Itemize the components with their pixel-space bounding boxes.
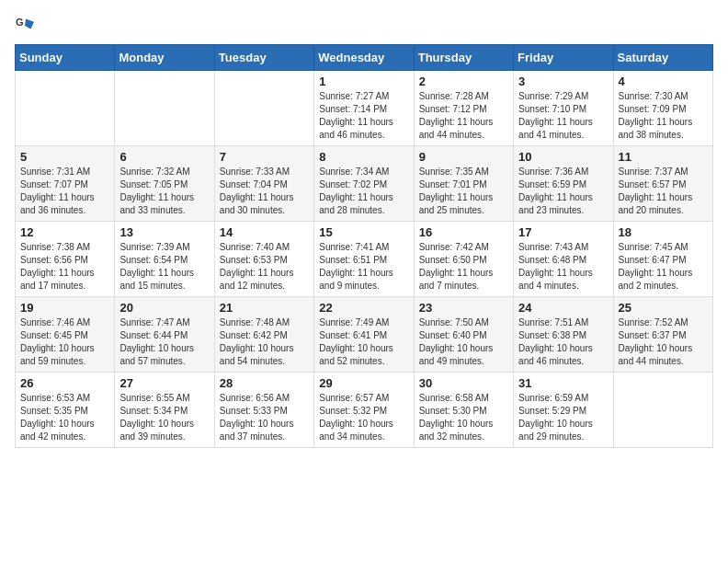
calendar-cell: 31Sunrise: 6:59 AM Sunset: 5:29 PM Dayli… — [514, 373, 613, 448]
day-info: Sunrise: 7:31 AM Sunset: 7:07 PM Dayligh… — [20, 166, 109, 217]
weekday-header-thursday: Thursday — [414, 45, 513, 71]
calendar-cell: 9Sunrise: 7:35 AM Sunset: 7:01 PM Daylig… — [414, 146, 513, 222]
calendar-cell: 24Sunrise: 7:51 AM Sunset: 6:38 PM Dayli… — [514, 297, 613, 373]
day-info: Sunrise: 7:28 AM Sunset: 7:12 PM Dayligh… — [419, 90, 508, 142]
day-info: Sunrise: 7:48 AM Sunset: 6:42 PM Dayligh… — [220, 316, 309, 368]
day-number: 4 — [619, 75, 708, 88]
day-info: Sunrise: 7:34 AM Sunset: 7:02 PM Dayligh… — [319, 166, 408, 217]
svg-text:G: G — [16, 17, 24, 28]
calendar-cell: 21Sunrise: 7:48 AM Sunset: 6:42 PM Dayli… — [214, 297, 313, 373]
calendar-cell: 22Sunrise: 7:49 AM Sunset: 6:41 PM Dayli… — [314, 297, 414, 373]
svg-marker-1 — [25, 18, 34, 29]
page-header: G — [15, 15, 713, 35]
day-number: 5 — [20, 150, 109, 164]
day-number: 8 — [319, 150, 408, 164]
calendar-cell — [115, 71, 214, 146]
day-info: Sunrise: 6:58 AM Sunset: 5:30 PM Dayligh… — [419, 392, 508, 443]
calendar-week-5: 26Sunrise: 6:53 AM Sunset: 5:35 PM Dayli… — [16, 373, 713, 448]
weekday-header-friday: Friday — [514, 45, 613, 71]
calendar-cell: 23Sunrise: 7:50 AM Sunset: 6:40 PM Dayli… — [414, 297, 513, 373]
day-number: 19 — [20, 301, 109, 315]
day-number: 3 — [518, 75, 608, 88]
calendar-week-1: 1Sunrise: 7:27 AM Sunset: 7:14 PM Daylig… — [16, 71, 713, 146]
day-number: 31 — [518, 376, 608, 390]
calendar-cell — [613, 373, 712, 448]
calendar-cell: 18Sunrise: 7:45 AM Sunset: 6:47 PM Dayli… — [613, 222, 712, 297]
day-info: Sunrise: 6:55 AM Sunset: 5:34 PM Dayligh… — [119, 392, 209, 443]
calendar-cell: 14Sunrise: 7:40 AM Sunset: 6:53 PM Dayli… — [214, 222, 313, 297]
day-number: 20 — [119, 301, 209, 315]
calendar-week-4: 19Sunrise: 7:46 AM Sunset: 6:45 PM Dayli… — [16, 297, 713, 373]
day-info: Sunrise: 6:59 AM Sunset: 5:29 PM Dayligh… — [518, 392, 608, 443]
calendar-cell: 16Sunrise: 7:42 AM Sunset: 6:50 PM Dayli… — [414, 222, 513, 297]
day-info: Sunrise: 7:41 AM Sunset: 6:51 PM Dayligh… — [319, 241, 408, 293]
calendar-week-2: 5Sunrise: 7:31 AM Sunset: 7:07 PM Daylig… — [16, 146, 713, 222]
day-info: Sunrise: 6:56 AM Sunset: 5:33 PM Dayligh… — [220, 392, 309, 443]
day-number: 30 — [419, 376, 508, 390]
day-number: 13 — [119, 225, 209, 239]
day-info: Sunrise: 7:27 AM Sunset: 7:14 PM Dayligh… — [319, 90, 408, 142]
day-number: 15 — [319, 225, 408, 239]
day-number: 14 — [220, 225, 309, 239]
day-number: 23 — [419, 301, 508, 315]
calendar-cell: 20Sunrise: 7:47 AM Sunset: 6:44 PM Dayli… — [115, 297, 214, 373]
day-info: Sunrise: 7:36 AM Sunset: 6:59 PM Dayligh… — [518, 166, 608, 217]
calendar-header-row: SundayMondayTuesdayWednesdayThursdayFrid… — [16, 45, 713, 71]
day-info: Sunrise: 7:29 AM Sunset: 7:10 PM Dayligh… — [518, 90, 608, 142]
day-info: Sunrise: 6:53 AM Sunset: 5:35 PM Dayligh… — [20, 392, 109, 443]
day-number: 12 — [20, 225, 109, 239]
day-info: Sunrise: 7:38 AM Sunset: 6:56 PM Dayligh… — [20, 241, 109, 293]
day-number: 1 — [319, 75, 408, 88]
calendar-cell: 3Sunrise: 7:29 AM Sunset: 7:10 PM Daylig… — [514, 71, 613, 146]
calendar-cell: 25Sunrise: 7:52 AM Sunset: 6:37 PM Dayli… — [613, 297, 712, 373]
calendar-cell: 4Sunrise: 7:30 AM Sunset: 7:09 PM Daylig… — [613, 71, 712, 146]
day-info: Sunrise: 7:52 AM Sunset: 6:37 PM Dayligh… — [619, 316, 708, 368]
calendar-cell: 8Sunrise: 7:34 AM Sunset: 7:02 PM Daylig… — [314, 146, 414, 222]
day-number: 27 — [119, 376, 209, 390]
day-number: 25 — [619, 301, 708, 315]
calendar-cell: 30Sunrise: 6:58 AM Sunset: 5:30 PM Dayli… — [414, 373, 513, 448]
weekday-header-saturday: Saturday — [613, 45, 712, 71]
calendar-cell: 15Sunrise: 7:41 AM Sunset: 6:51 PM Dayli… — [314, 222, 414, 297]
calendar-cell: 11Sunrise: 7:37 AM Sunset: 6:57 PM Dayli… — [613, 146, 712, 222]
day-info: Sunrise: 7:40 AM Sunset: 6:53 PM Dayligh… — [220, 241, 309, 293]
day-number: 16 — [419, 225, 508, 239]
calendar-cell — [16, 71, 115, 146]
day-info: Sunrise: 7:43 AM Sunset: 6:48 PM Dayligh… — [518, 241, 608, 293]
day-number: 18 — [619, 225, 708, 239]
day-info: Sunrise: 6:57 AM Sunset: 5:32 PM Dayligh… — [319, 392, 408, 443]
day-number: 21 — [220, 301, 309, 315]
day-info: Sunrise: 7:47 AM Sunset: 6:44 PM Dayligh… — [119, 316, 209, 368]
logo: G — [15, 15, 37, 35]
calendar-week-3: 12Sunrise: 7:38 AM Sunset: 6:56 PM Dayli… — [16, 222, 713, 297]
calendar-cell: 1Sunrise: 7:27 AM Sunset: 7:14 PM Daylig… — [314, 71, 414, 146]
day-info: Sunrise: 7:51 AM Sunset: 6:38 PM Dayligh… — [518, 316, 608, 368]
day-info: Sunrise: 7:30 AM Sunset: 7:09 PM Dayligh… — [619, 90, 708, 142]
day-number: 26 — [20, 376, 109, 390]
calendar-cell: 2Sunrise: 7:28 AM Sunset: 7:12 PM Daylig… — [414, 71, 513, 146]
day-info: Sunrise: 7:33 AM Sunset: 7:04 PM Dayligh… — [220, 166, 309, 217]
day-info: Sunrise: 7:49 AM Sunset: 6:41 PM Dayligh… — [319, 316, 408, 368]
day-number: 11 — [619, 150, 708, 164]
day-info: Sunrise: 7:42 AM Sunset: 6:50 PM Dayligh… — [419, 241, 508, 293]
weekday-header-wednesday: Wednesday — [314, 45, 414, 71]
day-number: 28 — [220, 376, 309, 390]
calendar-cell: 19Sunrise: 7:46 AM Sunset: 6:45 PM Dayli… — [16, 297, 115, 373]
calendar-body: 1Sunrise: 7:27 AM Sunset: 7:14 PM Daylig… — [16, 71, 713, 448]
calendar-cell: 17Sunrise: 7:43 AM Sunset: 6:48 PM Dayli… — [514, 222, 613, 297]
day-number: 24 — [518, 301, 608, 315]
day-number: 2 — [419, 75, 508, 88]
calendar-cell: 29Sunrise: 6:57 AM Sunset: 5:32 PM Dayli… — [314, 373, 414, 448]
day-info: Sunrise: 7:46 AM Sunset: 6:45 PM Dayligh… — [20, 316, 109, 368]
calendar-cell: 5Sunrise: 7:31 AM Sunset: 7:07 PM Daylig… — [16, 146, 115, 222]
calendar-cell: 12Sunrise: 7:38 AM Sunset: 6:56 PM Dayli… — [16, 222, 115, 297]
calendar-cell: 27Sunrise: 6:55 AM Sunset: 5:34 PM Dayli… — [115, 373, 214, 448]
day-info: Sunrise: 7:45 AM Sunset: 6:47 PM Dayligh… — [619, 241, 708, 293]
day-number: 22 — [319, 301, 408, 315]
logo-icon: G — [15, 15, 35, 35]
calendar-cell: 13Sunrise: 7:39 AM Sunset: 6:54 PM Dayli… — [115, 222, 214, 297]
calendar-cell: 26Sunrise: 6:53 AM Sunset: 5:35 PM Dayli… — [16, 373, 115, 448]
day-number: 7 — [220, 150, 309, 164]
day-info: Sunrise: 7:37 AM Sunset: 6:57 PM Dayligh… — [619, 166, 708, 217]
day-number: 10 — [518, 150, 608, 164]
